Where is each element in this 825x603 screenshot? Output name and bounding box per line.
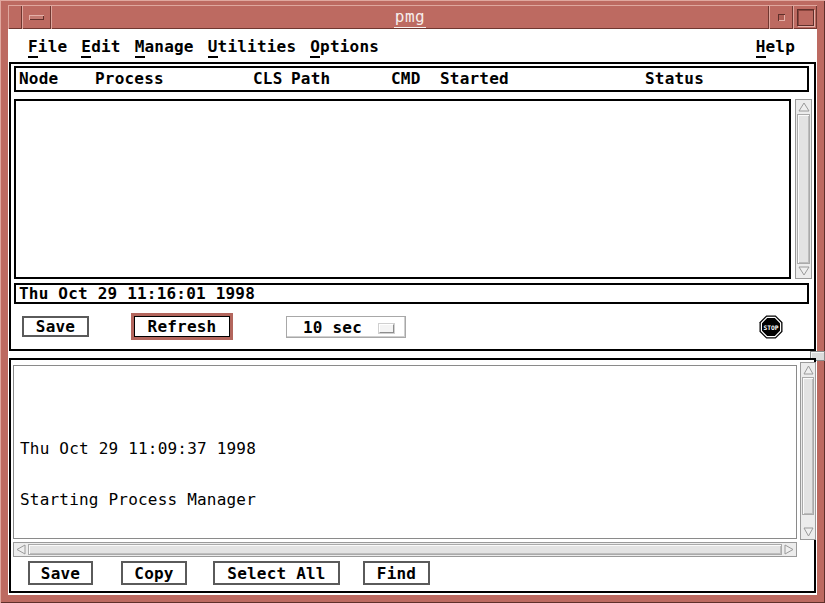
column-status: Status	[645, 69, 704, 88]
menu-file[interactable]: File	[28, 37, 67, 56]
menu-edit[interactable]: Edit	[81, 37, 120, 56]
stop-sign-icon: STOP	[759, 315, 783, 339]
scroll-right-arrow-icon[interactable]	[782, 543, 796, 556]
copy-button[interactable]: Copy	[121, 561, 187, 585]
option-menu-indicator-icon	[379, 324, 394, 333]
column-cls: CLS	[253, 69, 283, 88]
client-area: File Edit Manage Utilities Options Help …	[8, 29, 817, 595]
scroll-down-arrow-icon[interactable]	[796, 264, 811, 278]
scroll-left-arrow-icon[interactable]	[14, 543, 28, 556]
menu-bar: File Edit Manage Utilities Options Help	[8, 29, 817, 62]
stop-refresh-button[interactable]: STOP	[759, 315, 783, 339]
column-path: Path	[291, 69, 330, 88]
column-process: Process	[95, 69, 164, 88]
refresh-button[interactable]: Refresh	[134, 316, 230, 337]
process-panel: Node Process CLS Path CMD Started Status…	[9, 62, 816, 351]
log-text-area[interactable]: Thu Oct 29 11:09:37 1998 Starting Proces…	[13, 365, 797, 539]
menu-help[interactable]: Help	[756, 37, 795, 56]
scroll-up-arrow-icon[interactable]	[796, 100, 811, 114]
process-list-vscrollbar[interactable]	[795, 99, 812, 279]
pmg-window: pmg File Edit Manage Utilities Options H…	[0, 0, 825, 603]
refresh-interval-value: 10 sec	[303, 318, 362, 337]
scrollbar-thumb[interactable]	[28, 544, 782, 555]
log-line: Thu Oct 29 11:09:37 1998	[20, 440, 796, 457]
window-menu-button[interactable]	[22, 5, 51, 29]
refresh-time-field: Thu Oct 29 11:16:01 1998	[14, 283, 809, 304]
select-all-button[interactable]: Select All	[213, 561, 340, 585]
menu-manage[interactable]: Manage	[135, 37, 194, 56]
title-bar: pmg	[8, 5, 817, 29]
menu-options[interactable]: Options	[310, 37, 379, 56]
menu-utilities[interactable]: Utilities	[208, 37, 297, 56]
log-panel: Thu Oct 29 11:09:37 1998 Starting Proces…	[9, 358, 816, 593]
maximize-button[interactable]	[793, 5, 817, 29]
refresh-interval-select[interactable]: 10 sec	[286, 316, 406, 338]
log-save-button[interactable]: Save	[28, 561, 93, 585]
refresh-button-highlight: Refresh	[131, 313, 233, 340]
iconify-button[interactable]	[769, 5, 793, 29]
find-button[interactable]: Find	[363, 561, 430, 585]
window-menu-dash-icon	[29, 15, 44, 20]
column-node: Node	[19, 69, 58, 88]
process-list-header: Node Process CLS Path CMD Started Status	[14, 66, 809, 92]
log-vscrollbar[interactable]	[800, 362, 816, 540]
window-title: pmg	[51, 5, 769, 29]
iconify-icon	[778, 14, 785, 21]
maximize-icon	[797, 9, 814, 26]
column-started: Started	[440, 69, 509, 88]
log-hscrollbar[interactable]	[13, 542, 797, 557]
svg-text:STOP: STOP	[764, 324, 779, 331]
process-list[interactable]	[14, 99, 791, 279]
scrollbar-thumb[interactable]	[802, 377, 814, 515]
column-cmd: CMD	[391, 69, 421, 88]
title-bar-spacer	[8, 5, 22, 29]
scroll-down-arrow-icon[interactable]	[801, 525, 815, 539]
log-line: Starting Process Manager	[20, 491, 796, 508]
scroll-up-arrow-icon[interactable]	[801, 363, 815, 377]
log-lines: Thu Oct 29 11:09:37 1998 Starting Proces…	[14, 366, 796, 539]
scrollbar-thumb[interactable]	[797, 114, 810, 264]
save-button[interactable]: Save	[22, 316, 89, 337]
